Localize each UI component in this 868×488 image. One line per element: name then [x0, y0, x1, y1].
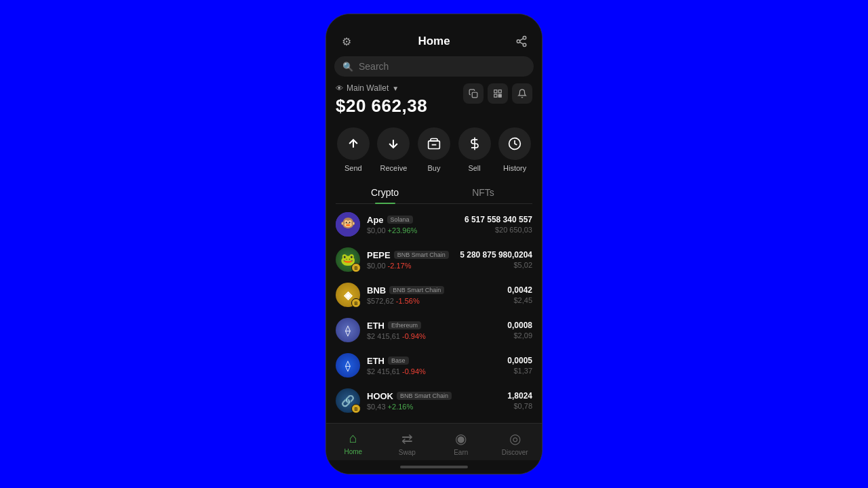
svg-line-3 — [519, 42, 523, 44]
token-chain: Base — [388, 357, 409, 365]
token-name: Ape — [367, 215, 384, 225]
token-amounts-eth-base: 0,0005 $1,37 — [507, 356, 532, 375]
token-icon-bnb: ◈ B — [336, 283, 360, 307]
token-icon-pepe: 🐸 B — [336, 247, 360, 272]
sell-button[interactable]: Sell — [458, 127, 491, 172]
eye-icon: 👁 — [336, 84, 343, 92]
token-price: $572,62 -1.56% — [367, 297, 500, 305]
token-icon-eth-base: ⟠ — [336, 353, 360, 378]
header: ⚙ Home — [326, 28, 542, 56]
token-price: $2 415,61 -0.94% — [367, 332, 500, 340]
list-item[interactable]: 🔗 B HOOK BNB Smart Chain $0,43 +2.16% 1,… — [326, 383, 542, 418]
home-indicator-bar — [400, 466, 468, 468]
list-item[interactable]: ⟠ ETH Ethereum $2 415,61 -0.94% 0,0008 $… — [326, 312, 542, 348]
page-title: Home — [418, 35, 450, 48]
token-amounts-hook: 1,8024 $0,78 — [507, 391, 532, 410]
token-value: $5,02 — [460, 261, 532, 269]
svg-point-1 — [517, 40, 520, 43]
token-price: $0,43 +2.16% — [367, 403, 500, 411]
settings-icon[interactable]: ⚙ — [337, 32, 356, 51]
list-item[interactable]: 🐵 Ape Solana $0,00 +23.96% 6 517 558 340… — [326, 207, 542, 242]
token-balance: 0,0008 — [507, 321, 532, 330]
token-chain: BNB Smart Chain — [389, 286, 444, 294]
nav-earn[interactable]: ◉ Earn — [434, 429, 488, 458]
token-list: 🐵 Ape Solana $0,00 +23.96% 6 517 558 340… — [326, 204, 542, 423]
svg-line-4 — [519, 39, 523, 41]
list-item[interactable]: ⟠ ETH Base $2 415,61 -0.94% 0,0005 $1,37 — [326, 348, 542, 383]
home-indicator — [326, 460, 542, 474]
token-chain: BNB Smart Chain — [394, 251, 449, 259]
token-chain: Ethereum — [388, 321, 421, 329]
notification-button[interactable] — [512, 83, 532, 104]
svg-point-2 — [523, 43, 526, 47]
history-button[interactable]: History — [498, 127, 531, 172]
token-info-bnb: BNB BNB Smart Chain $572,62 -1.56% — [367, 285, 500, 305]
token-info-pepe: PEPE BNB Smart Chain $0,00 -2.17% — [367, 250, 453, 270]
token-icon-ape: 🐵 — [336, 212, 360, 237]
discover-icon: ◎ — [509, 430, 521, 447]
svg-rect-9 — [498, 94, 500, 96]
nav-earn-label: Earn — [454, 449, 468, 456]
list-item[interactable]: ◈ B BNB BNB Smart Chain $572,62 -1.56% 0… — [326, 277, 542, 312]
token-chain: Solana — [387, 216, 413, 224]
svg-text:🐵: 🐵 — [340, 216, 356, 230]
asset-tabs: Crypto NFTs — [336, 182, 532, 204]
wallet-section: 👁 Main Wallet ▼ $20 662,38 — [326, 83, 542, 123]
dropdown-icon[interactable]: ▼ — [392, 85, 399, 92]
token-value: $0,78 — [507, 402, 532, 410]
token-name: ETH — [367, 356, 384, 366]
token-balance: 5 280 875 980,0204 — [460, 250, 532, 260]
copy-button[interactable] — [463, 83, 484, 104]
token-balance: 1,8024 — [507, 391, 532, 401]
token-balance: 6 517 558 340 557 — [465, 215, 532, 224]
svg-point-0 — [523, 37, 526, 40]
send-label: Send — [344, 164, 362, 172]
token-info-hook: HOOK BNB Smart Chain $0,43 +2.16% — [367, 391, 500, 411]
send-button[interactable]: Send — [337, 127, 370, 172]
token-amounts-eth: 0,0008 $2,09 — [507, 321, 532, 340]
svg-rect-10 — [500, 94, 502, 96]
search-icon: 🔍 — [342, 62, 353, 72]
receive-label: Receive — [380, 164, 408, 172]
token-icon-hook: 🔗 B — [336, 388, 360, 413]
phone-container: ⚙ Home 🔍 👁 Main Wallet ▼ $20 662,38 — [326, 14, 542, 474]
wallet-actions — [463, 83, 532, 104]
token-name: PEPE — [367, 250, 391, 260]
connect-icon[interactable] — [512, 32, 531, 51]
token-value: $20 650,03 — [465, 226, 532, 234]
wallet-left: 👁 Main Wallet ▼ $20 662,38 — [336, 83, 427, 117]
earn-icon: ◉ — [455, 430, 467, 447]
wallet-label: 👁 Main Wallet ▼ — [336, 83, 427, 93]
list-item[interactable]: ◎ SOL Solana $140,58 -2.16% 0,0025 $0,35 — [326, 418, 542, 423]
nav-swap-label: Swap — [399, 449, 416, 456]
nav-swap[interactable]: ⇄ Swap — [380, 429, 435, 458]
token-amounts-ape: 6 517 558 340 557 $20 650,03 — [465, 215, 532, 234]
status-bar — [326, 14, 542, 28]
receive-button[interactable]: Receive — [377, 127, 410, 172]
nav-home-label: Home — [344, 448, 362, 455]
quick-actions: Send Receive Buy — [326, 123, 542, 182]
bottom-nav: ⌂ Home ⇄ Swap ◉ Earn ◎ Discover — [326, 423, 542, 460]
chain-badge: B — [351, 298, 361, 308]
token-name: BNB — [367, 285, 386, 296]
nav-discover[interactable]: ◎ Discover — [488, 429, 542, 458]
list-item[interactable]: 🐸 B PEPE BNB Smart Chain $0,00 -2.17% 5 … — [326, 242, 542, 277]
search-input[interactable] — [359, 61, 526, 72]
history-label: History — [503, 164, 526, 172]
token-icon-eth: ⟠ — [336, 318, 360, 342]
tab-crypto[interactable]: Crypto — [336, 182, 434, 203]
token-name: ETH — [367, 321, 384, 331]
svg-rect-12 — [500, 96, 502, 98]
svg-rect-6 — [494, 90, 497, 93]
swap-icon: ⇄ — [401, 430, 413, 447]
chain-badge: B — [351, 263, 361, 272]
tab-nfts[interactable]: NFTs — [434, 182, 532, 203]
buy-button[interactable]: Buy — [418, 127, 450, 172]
nav-home[interactable]: ⌂ Home — [326, 429, 380, 458]
token-info-eth: ETH Ethereum $2 415,61 -0.94% — [367, 321, 500, 340]
qr-button[interactable] — [488, 83, 508, 104]
token-chain: BNB Smart Chain — [397, 392, 452, 400]
token-info-ape: Ape Solana $0,00 +23.96% — [367, 215, 458, 235]
home-icon: ⌂ — [349, 430, 357, 446]
search-bar[interactable]: 🔍 — [334, 56, 534, 77]
